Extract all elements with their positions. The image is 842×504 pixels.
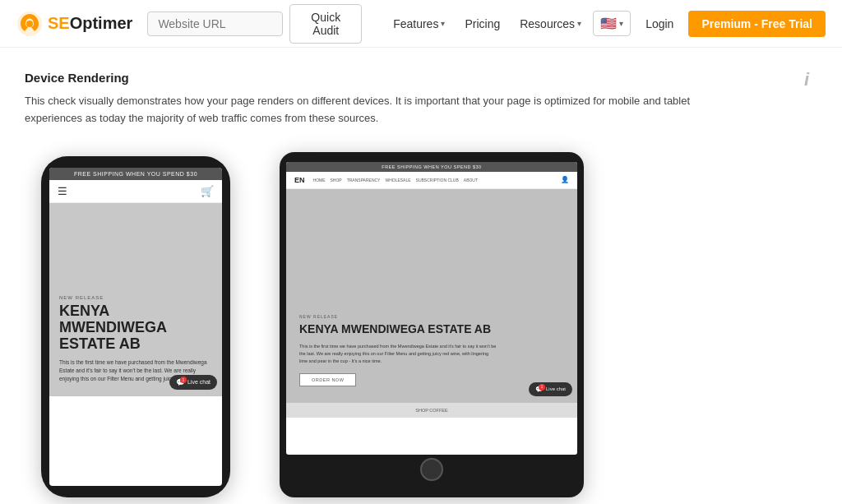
navbar: SEOptimer Quick Audit Features ▾ Pricing… <box>0 0 842 48</box>
us-flag-icon: 🇺🇸 <box>600 16 617 31</box>
phone-hero: NEW RELEASE KENYA MWENDIWEGA ESTATE AB T… <box>49 203 222 396</box>
tablet-nav-home: HOME <box>313 178 326 183</box>
tablet-nav-subscription: SUBSCRIPTION CLUB <box>416 178 459 183</box>
tablet-device: FREE SHIPPING WHEN YOU SPEND $30 EN HOME… <box>280 152 584 497</box>
tablet-screen: FREE SHIPPING WHEN YOU SPEND $30 EN HOME… <box>286 162 577 455</box>
tablet-livechat-dot: 1 <box>539 384 545 391</box>
resources-chevron-icon: ▾ <box>577 19 581 28</box>
quick-audit-button[interactable]: Quick Audit <box>289 4 362 44</box>
pricing-nav-link[interactable]: Pricing <box>456 12 508 35</box>
tablet-livechat-badge: 💬 1 Live chat <box>529 382 572 396</box>
tablet-nav-about: ABOUT <box>464 178 478 183</box>
hamburger-icon: ☰ <box>58 185 67 197</box>
tablet-hero-text: This is the first time we have purchased… <box>299 343 497 364</box>
tablet-banner: FREE SHIPPING WHEN YOU SPEND $30 <box>286 162 577 172</box>
tablet-hero: NEW RELEASE KENYA MWENDIWEGA ESTATE AB T… <box>286 189 577 403</box>
tablet-livechat-label: Live chat <box>546 386 566 391</box>
devices-row: FREE SHIPPING WHEN YOU SPEND $30 ☰ 🛒 NEW… <box>25 152 817 497</box>
phone-hero-title: KENYA MWENDIWEGA ESTATE AB <box>59 303 212 352</box>
tablet-order-button[interactable]: ORDER NOW <box>299 373 356 386</box>
tablet-nav-transparency: TRANSPARENCY <box>347 178 381 183</box>
tablet-nav: EN HOME SHOP TRANSPARENCY WHOLESALE SUBS… <box>286 172 577 189</box>
main-content: i Device Rendering This check visually d… <box>0 48 842 504</box>
logo: SEOptimer <box>16 11 132 37</box>
section-description: This check visually demonstrates how you… <box>25 93 699 127</box>
tablet-nav-user-icon: 👤 <box>561 176 569 183</box>
tablet-frame: FREE SHIPPING WHEN YOU SPEND $30 EN HOME… <box>280 152 584 497</box>
phone-hero-label: NEW RELEASE <box>59 295 212 300</box>
login-button[interactable]: Login <box>634 12 685 35</box>
premium-button[interactable]: Premium - Free Trial <box>688 11 826 37</box>
url-input[interactable] <box>147 12 283 36</box>
seoptimer-logo-icon <box>16 11 43 37</box>
tablet-nav-logo: EN <box>294 176 305 184</box>
tablet-hero-title: KENYA MWENDIWEGA ESTATE AB <box>299 322 564 336</box>
phone-livechat-badge: 💬 1 Live chat <box>169 375 217 390</box>
phone-topbar: ☰ 🛒 <box>49 180 222 203</box>
phone-frame: FREE SHIPPING WHEN YOU SPEND $30 ☰ 🛒 NEW… <box>41 156 230 497</box>
tablet-home-button <box>420 458 443 481</box>
cart-icon: 🛒 <box>201 185 214 197</box>
phone-banner: FREE SHIPPING WHEN YOU SPEND $30 <box>49 168 222 180</box>
svg-point-1 <box>26 21 33 27</box>
tablet-footer: SHOP COFFEE <box>286 403 577 418</box>
features-nav-link[interactable]: Features ▾ <box>385 12 453 35</box>
resources-nav-link[interactable]: Resources ▾ <box>511 12 590 35</box>
logo-text: SEOptimer <box>48 14 132 33</box>
tablet-nav-shop: SHOP <box>331 178 342 183</box>
phone-livechat-label: Live chat <box>187 379 210 385</box>
nav-links: Features ▾ Pricing Resources ▾ 🇺🇸 ▾ Logi… <box>385 11 826 37</box>
info-icon[interactable]: i <box>804 69 809 90</box>
section-title: Device Rendering <box>25 71 817 85</box>
tablet-nav-wholesale: WHOLESALE <box>385 178 410 183</box>
language-flag-button[interactable]: 🇺🇸 ▾ <box>593 11 631 36</box>
flag-chevron-icon: ▾ <box>619 19 623 28</box>
tablet-hero-label: NEW RELEASE <box>299 314 564 319</box>
phone-livechat-dot: 1 <box>180 377 187 383</box>
tablet-livechat-icon-wrap: 💬 1 <box>535 386 544 393</box>
phone-livechat-icon-wrap: 💬 1 <box>176 378 185 386</box>
phone-device: FREE SHIPPING WHEN YOU SPEND $30 ☰ 🛒 NEW… <box>41 156 230 497</box>
phone-screen: FREE SHIPPING WHEN YOU SPEND $30 ☰ 🛒 NEW… <box>49 168 222 486</box>
features-chevron-icon: ▾ <box>441 19 445 28</box>
